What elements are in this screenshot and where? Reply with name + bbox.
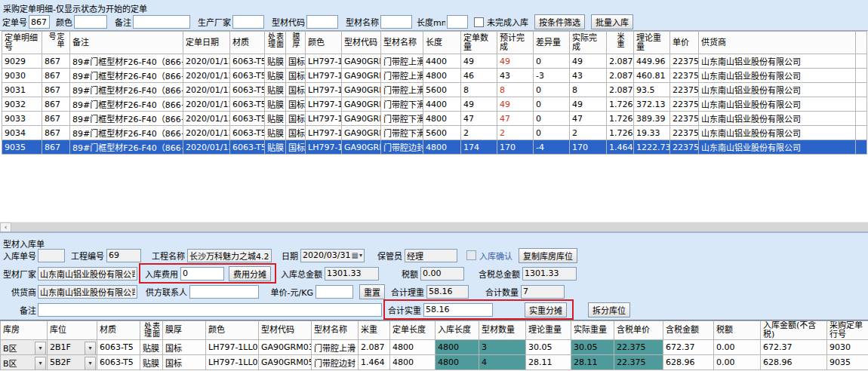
column-header[interactable]: 含税单价 xyxy=(614,321,663,340)
table-row[interactable]: 903086789#门框型材F26-F40（866+867）2020/01/13… xyxy=(2,69,867,83)
inbound-no-input[interactable] xyxy=(38,249,65,262)
table-row[interactable]: 903486789#门框型材F26-F40（866+867）2020/01/13… xyxy=(2,126,867,140)
tax-input[interactable] xyxy=(420,267,464,281)
column-header[interactable]: 入库金额(不含税) xyxy=(761,321,827,340)
filter-by-condition-button[interactable]: 按条件筛选 xyxy=(534,14,585,29)
column-header[interactable]: 材质 xyxy=(230,32,265,54)
cell: 867 xyxy=(42,140,70,155)
inbound-total-input[interactable] xyxy=(325,267,379,281)
column-header[interactable]: 膜厚 xyxy=(286,32,306,54)
total-theory-weight-input[interactable] xyxy=(426,285,469,299)
column-header[interactable]: 备注 xyxy=(70,32,183,54)
table-row[interactable]: 902986789#门框型材F26-F40（866+867）2020/01/13… xyxy=(2,54,867,69)
column-header[interactable]: 定单长度 xyxy=(390,321,436,340)
inbound-fee-input[interactable] xyxy=(180,267,224,281)
cell: 89#门框型材F26-F40（866+867） xyxy=(70,126,183,140)
cell xyxy=(856,126,867,140)
column-header[interactable]: 米重 xyxy=(359,321,390,340)
factory-input[interactable] xyxy=(38,267,137,281)
project-no-input[interactable] xyxy=(106,249,141,262)
column-header[interactable]: 税额 xyxy=(714,321,761,340)
actual-weight-share-button[interactable]: 实重分摊 xyxy=(525,302,567,317)
column-header[interactable]: 实际完成 xyxy=(570,32,607,54)
total-qty-label: 合计数量 xyxy=(484,286,519,298)
column-header[interactable]: 预计完成 xyxy=(497,32,534,54)
project-name-input[interactable] xyxy=(187,249,272,262)
table-row[interactable]: 903386789#门框型材F26-F40（866+867）2020/01/13… xyxy=(2,112,867,126)
cell: 0 xyxy=(534,54,570,69)
column-header[interactable]: 实际重量 xyxy=(571,321,614,340)
copy-warehouse-location-button[interactable]: 复制库房库位 xyxy=(519,248,577,263)
column-header[interactable]: 定单号 xyxy=(42,32,70,54)
fee-share-button[interactable]: 费用分摊 xyxy=(229,266,271,281)
supplier-label: 供货商 xyxy=(2,286,36,298)
keeper-input[interactable] xyxy=(405,249,457,262)
supplier-contact-input[interactable] xyxy=(189,285,259,299)
inbound-form-row-4: 备注 合计实重 实重分摊 拆分库位 xyxy=(2,302,630,317)
reset-button[interactable]: 重置 xyxy=(359,284,385,299)
cell: 5600 xyxy=(423,126,461,140)
tax-total-input[interactable] xyxy=(522,267,577,281)
column-header[interactable]: 型材代码 xyxy=(259,321,312,340)
color-input[interactable] xyxy=(74,15,107,29)
table-row[interactable]: 903586789#门框型材F26-F40（866+867）2020/01/13… xyxy=(2,140,867,155)
remark-input[interactable] xyxy=(133,15,190,29)
column-header[interactable]: 库房 xyxy=(1,321,48,340)
date-picker[interactable]: 2020/03/31 ▦ ▾ xyxy=(300,249,365,262)
column-header[interactable]: 含税金额 xyxy=(663,321,714,340)
column-header[interactable] xyxy=(856,32,867,54)
cell: 山东南山铝业股份有限公司 xyxy=(699,140,856,155)
column-header[interactable]: 定单明细号 xyxy=(2,32,42,54)
column-header[interactable]: 材质 xyxy=(97,321,140,340)
length-input[interactable] xyxy=(447,15,468,29)
column-header[interactable]: 表面处理 xyxy=(265,32,286,54)
column-header[interactable]: 米重 xyxy=(607,32,634,54)
manufacturer-input[interactable] xyxy=(232,15,264,29)
profile-name-input[interactable] xyxy=(380,15,412,29)
column-header[interactable]: 理论重量 xyxy=(634,32,670,54)
cell: GA90GRM05 xyxy=(259,355,312,370)
column-header[interactable]: 表面处理 xyxy=(140,321,163,340)
horizontal-scrollbar[interactable]: ‹ xyxy=(0,222,868,231)
column-header[interactable]: 入库长度 xyxy=(436,321,479,340)
total-actual-weight-input[interactable] xyxy=(423,303,493,317)
table-row[interactable]: 903286789#门框型材F26-F40（866+867）2020/01/13… xyxy=(2,97,867,112)
column-header[interactable]: 膜厚 xyxy=(163,321,206,340)
column-header[interactable]: 定单日期 xyxy=(183,32,230,54)
column-header[interactable]: 颜色 xyxy=(206,321,259,340)
column-header[interactable]: 差异量 xyxy=(534,32,570,54)
supplier-input[interactable] xyxy=(38,285,137,299)
inbound-confirm-checkbox[interactable] xyxy=(466,250,476,260)
date-dropdown-icon[interactable]: ▾ xyxy=(359,252,362,259)
inbound-remark-input[interactable] xyxy=(38,303,382,317)
column-header[interactable]: 型材名称 xyxy=(312,321,359,340)
table-row[interactable]: B区2B1F6063-T5贴膜国标LH797-1LL0GA90GRM03门带腔上… xyxy=(1,340,868,355)
column-header[interactable]: 型材名称 xyxy=(381,32,423,54)
column-header[interactable]: 单价 xyxy=(670,32,699,54)
cell: LH797-1LL0 xyxy=(306,97,342,112)
unfinished-checkbox[interactable] xyxy=(474,17,484,27)
column-header[interactable]: 颜色 xyxy=(306,32,342,54)
cell: 6063-T5 xyxy=(97,355,140,370)
table-row[interactable]: B区5B2F6063-T5贴膜国标LH797-1LL0GA90GRM05门带腔边… xyxy=(1,355,868,370)
column-header[interactable]: 定单数量 xyxy=(461,32,497,54)
profile-code-input[interactable] xyxy=(306,15,338,29)
batch-inbound-button[interactable]: 批量入库 xyxy=(591,14,633,29)
cell: 89#门框型材F26-F40（866+867） xyxy=(70,83,183,97)
table-row[interactable]: 903186789#门框型材F26-F40（866+867）2020/01/13… xyxy=(2,83,867,97)
order-no-input[interactable] xyxy=(29,15,50,29)
unit-price-input[interactable] xyxy=(315,285,353,299)
split-location-button[interactable]: 拆分库位 xyxy=(588,302,630,317)
calendar-icon[interactable]: ▦ xyxy=(352,252,359,259)
column-header[interactable]: 供货商 xyxy=(699,32,856,54)
column-header[interactable]: 型材数量 xyxy=(479,321,526,340)
cell: LH797-1LL0 xyxy=(206,355,259,370)
column-header[interactable]: 理论重量 xyxy=(526,321,571,340)
order-no-label: 定单号 xyxy=(0,16,27,28)
column-header[interactable]: 采购定单行号 xyxy=(827,321,868,340)
column-header[interactable]: 库位 xyxy=(48,321,97,340)
column-header[interactable]: 长度 xyxy=(423,32,461,54)
cell: 6063-T5 xyxy=(97,340,140,355)
column-header[interactable]: 型材代码 xyxy=(342,32,381,54)
total-qty-input[interactable] xyxy=(521,285,565,299)
